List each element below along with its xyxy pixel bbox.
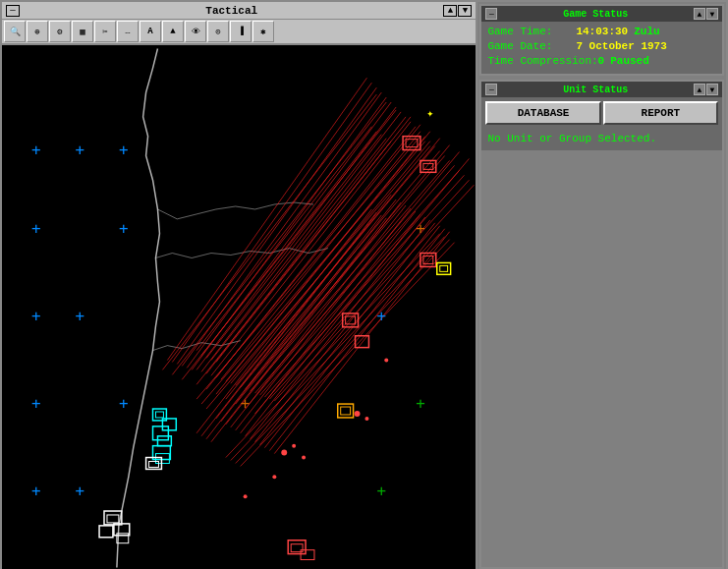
tool-grid[interactable]: ▦ bbox=[72, 21, 93, 42]
svg-line-6 bbox=[221, 132, 420, 380]
svg-point-92 bbox=[355, 411, 361, 417]
svg-line-52 bbox=[269, 229, 444, 451]
svg-point-99 bbox=[244, 494, 248, 498]
unit-status-min-btn[interactable]: ▲ bbox=[694, 84, 705, 95]
svg-rect-83 bbox=[149, 462, 159, 468]
tactical-scroll-btn[interactable]: ▼ bbox=[458, 5, 472, 17]
svg-text:+: + bbox=[75, 307, 84, 325]
tactical-minimize-btn[interactable]: ▲ bbox=[443, 5, 457, 17]
tactical-map[interactable]: + + + + + + + + + + + + + + + + ✦ bbox=[2, 45, 476, 569]
tool-terrain[interactable]: ▲ bbox=[162, 21, 184, 42]
svg-rect-69 bbox=[440, 265, 448, 271]
svg-rect-87 bbox=[99, 526, 113, 538]
right-panel: ─ Game Status ▲ ▼ Game Time: 14:03:30 Zu… bbox=[477, 2, 726, 569]
game-status-min-btn[interactable]: ▲ bbox=[694, 8, 705, 20]
svg-line-61 bbox=[211, 218, 386, 442]
svg-text:+: + bbox=[416, 394, 425, 413]
svg-point-97 bbox=[384, 359, 388, 363]
svg-text:+: + bbox=[377, 482, 387, 500]
tool-eye[interactable]: 👁 bbox=[185, 21, 206, 42]
tool-crosshair[interactable]: ⊕ bbox=[27, 21, 48, 42]
time-compression-row: Time Compression: 0 Paused bbox=[487, 55, 716, 67]
svg-text:✦: ✦ bbox=[426, 106, 433, 120]
svg-text:+: + bbox=[31, 394, 41, 413]
tool-globe[interactable]: ⊙ bbox=[207, 21, 229, 42]
tactical-titlebar: ─ Tactical ▲ ▼ bbox=[2, 2, 476, 20]
tool-settings[interactable]: ⚙ bbox=[49, 21, 71, 42]
tool-alpha[interactable]: A bbox=[140, 21, 161, 42]
game-status-body: Game Time: 14:03:30 Zulu Game Date: 7 Oc… bbox=[481, 22, 722, 74]
svg-text:+: + bbox=[241, 394, 251, 413]
database-button[interactable]: DATABASE bbox=[485, 101, 600, 125]
svg-text:+: + bbox=[416, 219, 425, 238]
svg-line-19 bbox=[182, 92, 381, 366]
svg-rect-79 bbox=[157, 436, 171, 446]
svg-line-39 bbox=[201, 142, 425, 404]
tactical-panel: ─ Tactical ▲ ▼ 🔍 ⊕ ⚙ ▦ ✂ … A ▲ 👁 ⊙ ▐ ✱ bbox=[2, 2, 477, 569]
unit-status-body: DATABASE REPORT No Unit or Group Selecte… bbox=[481, 97, 722, 150]
svg-line-7 bbox=[226, 137, 425, 382]
unit-status-scroll-btn[interactable]: ▼ bbox=[706, 84, 718, 95]
tool-chart[interactable]: ▐ bbox=[230, 21, 252, 42]
tool-more[interactable]: … bbox=[117, 21, 139, 42]
svg-text:+: + bbox=[31, 219, 41, 238]
tactical-toolbar: 🔍 ⊕ ⚙ ▦ ✂ … A ▲ 👁 ⊙ ▐ ✱ bbox=[2, 20, 476, 45]
time-compression-value: 0 bbox=[598, 55, 605, 67]
paused-label: Paused bbox=[610, 55, 649, 67]
svg-rect-85 bbox=[107, 515, 119, 523]
svg-rect-76 bbox=[155, 412, 163, 418]
game-status-titlebar: ─ Game Status ▲ ▼ bbox=[481, 6, 722, 22]
game-date-row: Game Date: 7 October 1973 bbox=[487, 40, 716, 52]
tactical-title: Tactical bbox=[20, 5, 443, 17]
tactical-menu-btn[interactable]: ─ bbox=[6, 5, 20, 17]
svg-text:+: + bbox=[31, 307, 41, 325]
svg-text:+: + bbox=[119, 219, 129, 238]
game-time-value: 14:03:30 bbox=[576, 26, 628, 37]
tool-cut[interactable]: ✂ bbox=[94, 21, 116, 42]
main-window: ─ Tactical ▲ ▼ 🔍 ⊕ ⚙ ▦ ✂ … A ▲ 👁 ⊙ ▐ ✱ bbox=[0, 0, 728, 569]
map-svg: + + + + + + + + + + + + + + + + ✦ bbox=[2, 45, 476, 569]
svg-text:+: + bbox=[119, 394, 129, 413]
unit-status-panel: ─ Unit Status ▲ ▼ DATABASE REPORT No Uni… bbox=[479, 80, 724, 569]
game-time-suffix: Zulu bbox=[634, 26, 659, 37]
unit-status-buttons: DATABASE REPORT bbox=[485, 101, 718, 125]
svg-line-25 bbox=[216, 132, 430, 394]
unit-status-titlebar: ─ Unit Status ▲ ▼ bbox=[481, 82, 722, 97]
game-status-scroll-btn[interactable]: ▼ bbox=[706, 8, 718, 20]
svg-rect-68 bbox=[437, 262, 451, 274]
game-time-label: Game Time: bbox=[487, 26, 576, 37]
no-unit-message: No Unit or Group Selected. bbox=[485, 131, 718, 146]
game-date-label: Game Date: bbox=[487, 40, 576, 52]
svg-point-98 bbox=[272, 475, 276, 479]
svg-text:+: + bbox=[31, 141, 41, 159]
tool-zoom-in[interactable]: 🔍 bbox=[4, 21, 26, 42]
svg-rect-78 bbox=[153, 427, 169, 440]
svg-text:+: + bbox=[75, 482, 84, 500]
svg-line-17 bbox=[274, 185, 474, 401]
svg-point-95 bbox=[292, 444, 296, 448]
tool-star[interactable]: ✱ bbox=[252, 21, 274, 42]
svg-rect-74 bbox=[341, 407, 351, 415]
game-status-panel: ─ Game Status ▲ ▼ Game Time: 14:03:30 Zu… bbox=[479, 4, 724, 76]
game-date-value: 7 October 1973 bbox=[576, 40, 666, 52]
svg-text:+: + bbox=[119, 141, 129, 159]
svg-point-96 bbox=[302, 456, 306, 460]
svg-rect-72 bbox=[356, 336, 369, 348]
svg-line-22 bbox=[167, 78, 366, 360]
svg-rect-73 bbox=[338, 404, 354, 418]
game-status-menu-btn[interactable]: ─ bbox=[485, 8, 497, 20]
svg-text:+: + bbox=[75, 141, 84, 159]
unit-status-title: Unit Status bbox=[497, 85, 694, 95]
svg-text:+: + bbox=[31, 482, 41, 500]
game-status-title: Game Status bbox=[497, 9, 694, 20]
report-button[interactable]: REPORT bbox=[603, 101, 718, 125]
unit-status-menu-btn[interactable]: ─ bbox=[485, 84, 497, 95]
svg-point-93 bbox=[364, 417, 368, 421]
svg-line-15 bbox=[264, 175, 464, 397]
svg-point-94 bbox=[281, 450, 287, 456]
svg-line-54 bbox=[226, 234, 440, 458]
time-compression-label: Time Compression: bbox=[487, 55, 597, 67]
svg-text:+: + bbox=[377, 307, 387, 325]
svg-line-41 bbox=[216, 195, 391, 419]
game-time-row: Game Time: 14:03:30 Zulu bbox=[487, 26, 716, 37]
